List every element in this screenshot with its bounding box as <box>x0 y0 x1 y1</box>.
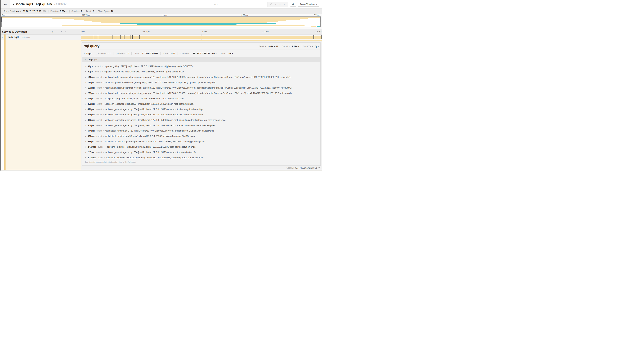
log-field-key: event <box>96 140 102 143</box>
span-collapse-chevron-icon[interactable]: ∨ <box>2 36 3 38</box>
log-marker[interactable] <box>130 35 131 39</box>
detail-meta: Service: node sql1 Duration: 2.79ms Star… <box>257 45 319 48</box>
log-marker[interactable] <box>322 35 322 39</box>
span-id-value: 4877749850101760812 <box>295 167 317 169</box>
card-divider <box>82 50 320 50</box>
log-field-key: event <box>95 65 101 68</box>
tags-list: _unfinished=1_verbose=1client=127.0.0.1:… <box>94 52 235 55</box>
log-field-value: ‹sql/conn_executor_exec.go:2046 [nsql1,c… <box>106 156 204 159</box>
meta-value: 2.79ms <box>292 45 300 48</box>
tag-value: 1 <box>128 52 129 55</box>
expand-all-icon[interactable]: » <box>65 31 67 33</box>
log-row[interactable]: ›574μs:event=‹sql/distsql_running.go:142… <box>82 128 320 133</box>
log-marker[interactable] <box>96 35 96 39</box>
trace-summary-bar: Trace Start March 31 2022, 17:25:09.326 … <box>0 8 322 14</box>
back-button[interactable]: ← <box>0 0 10 8</box>
log-marker[interactable] <box>120 35 121 39</box>
log-row[interactable]: ›80μs:event=‹sql/plan_opt.go:358 [nsql1,… <box>82 69 320 74</box>
log-row[interactable]: ›2.7ms:event=‹sql/conn_executor_exec.go:… <box>82 150 320 155</box>
collapse-one-icon[interactable]: ∨ <box>52 31 54 33</box>
minimap-scrubber-right[interactable] <box>320 17 320 22</box>
detail-service: Service: node sql1 <box>257 45 280 48</box>
tick-label: 1.4ms <box>202 31 207 33</box>
log-row[interactable]: ›142μs:event=‹sql/catalog/lease/descript… <box>82 74 320 80</box>
column-resizer[interactable] <box>79 32 80 34</box>
log-field-key: event <box>96 76 102 78</box>
log-row[interactable]: ›678μs:event=‹sql/distsql_physical_plann… <box>82 139 320 144</box>
span-name-cell[interactable]: ∨ node sql1 sql query <box>0 35 81 40</box>
log-row[interactable]: ›495μs:event=‹sql/conn_executor_exec.go:… <box>82 117 320 123</box>
focus-match-icon[interactable] <box>270 3 272 6</box>
service-color-strip <box>4 40 6 171</box>
span-duration-bar[interactable] <box>81 36 322 39</box>
summary-value: 6 <box>93 10 94 13</box>
log-row[interactable]: ›176μs:event=‹sql/catalog/descs/descript… <box>82 80 320 85</box>
equals-sign: = <box>190 52 192 55</box>
logs-accordion-toggle[interactable]: ∨ Logs (18) <box>82 57 320 62</box>
log-timestamp: 459μs: <box>88 103 95 105</box>
log-timestamp: 597μs: <box>88 135 95 137</box>
summary-depth: Depth 6 <box>84 10 96 13</box>
log-row[interactable]: ›2.79ms:event=‹sql/conn_executor_exec.go… <box>82 155 320 160</box>
equals-sign: = <box>103 81 104 84</box>
trace-view-selector[interactable]: Trace Timeline ∨ <box>298 2 320 7</box>
log-row[interactable]: ›189μs:event=‹sql/catalog/lease/descript… <box>82 85 320 91</box>
next-match-icon[interactable]: ∨ <box>279 3 281 6</box>
equals-sign: = <box>103 135 104 137</box>
log-timestamp: 486μs: <box>88 113 95 116</box>
log-marker[interactable] <box>84 35 84 39</box>
keyboard-shortcuts-button[interactable]: ⌘ <box>290 2 296 7</box>
log-row[interactable]: ›2.69ms:event=‹sql/conn_executor_exec.go… <box>82 144 320 150</box>
tick-label: 0μs <box>2 14 5 16</box>
log-field-value: ‹sql/conn_executor_exec.go:684 [nsql1,cl… <box>105 113 204 116</box>
log-timestamp: 201μs: <box>88 92 95 94</box>
span-id-label: SpanID: <box>286 167 294 169</box>
minimap-scrubber-left[interactable] <box>2 17 2 22</box>
log-field-value: ‹sql/conn_executor_exec.go:684 [nsql1,cl… <box>105 103 194 105</box>
log-timestamp: 366μs: <box>88 97 95 100</box>
tick-label: 2.09ms <box>262 31 269 33</box>
log-marker[interactable] <box>97 35 97 39</box>
tag-item: statement=SELECT * FROM users <box>178 52 219 55</box>
detail-start-time: Start Time: 0μs <box>302 45 319 48</box>
log-marker[interactable] <box>124 35 124 39</box>
log-field-key: event <box>96 113 102 116</box>
log-row[interactable]: ›201μs:event=‹sql/catalog/lease/descript… <box>82 91 320 96</box>
equals-sign: = <box>226 52 228 55</box>
log-marker[interactable] <box>313 35 314 39</box>
chevron-right-icon: › <box>85 76 86 78</box>
minimap-canvas[interactable] <box>1 17 320 27</box>
log-marker[interactable] <box>314 35 314 39</box>
tick-label: 697.75μs <box>142 31 150 33</box>
collapse-trace-chevron-icon[interactable]: ∨ <box>12 3 14 6</box>
chevron-down-icon: ∨ <box>316 3 317 5</box>
log-marker[interactable] <box>88 35 88 39</box>
title-wrap: ∨ node sql1: sql query 7418682 <box>12 0 66 8</box>
chevron-right-icon: › <box>85 92 86 94</box>
prev-match-icon[interactable]: ∧ <box>275 3 277 6</box>
log-marker[interactable] <box>124 35 124 39</box>
log-field-value: ‹sql/conn_executor_exec.go:684 [nsql1,cl… <box>105 119 226 121</box>
chevron-right-icon: › <box>85 71 86 73</box>
log-marker[interactable] <box>139 35 140 39</box>
log-field-key: event <box>96 151 102 154</box>
log-row[interactable]: ›459μs:event=‹sql/conn_executor_exec.go:… <box>82 101 320 107</box>
log-row[interactable]: ›597μs:event=‹sql/distsql_running.go:498… <box>82 133 320 139</box>
log-marker[interactable] <box>122 35 122 39</box>
clear-search-icon[interactable]: × <box>284 3 285 6</box>
tags-accordion-toggle[interactable]: › Tags: _unfinished=1_verbose=1client=12… <box>84 52 320 55</box>
find-input[interactable] <box>212 2 267 7</box>
log-row[interactable]: ›502μs:event=‹sql/conn_executor_exec.go:… <box>82 123 320 128</box>
copy-link-icon[interactable] <box>318 167 320 169</box>
tag-key: _verbose <box>116 52 125 55</box>
log-row[interactable]: ›366μs:event=‹sql/plan_opt.go:358 [nsql1… <box>82 96 320 101</box>
log-row[interactable]: ›476μs:event=‹sql/conn_executor_exec.go:… <box>82 107 320 112</box>
span-extent-line <box>81 40 322 41</box>
log-row[interactable]: ›486μs:event=‹sql/conn_executor_exec.go:… <box>82 112 320 117</box>
log-timestamp: 574μs: <box>88 129 95 132</box>
equals-sign: = <box>103 97 104 100</box>
collapse-all-icon[interactable]: » <box>60 31 62 33</box>
log-row[interactable]: ›34μs:event=‹sql/exec_util.go:2297 [nsql… <box>82 64 320 69</box>
log-marker[interactable] <box>112 35 113 39</box>
expand-one-icon[interactable]: › <box>57 31 58 33</box>
